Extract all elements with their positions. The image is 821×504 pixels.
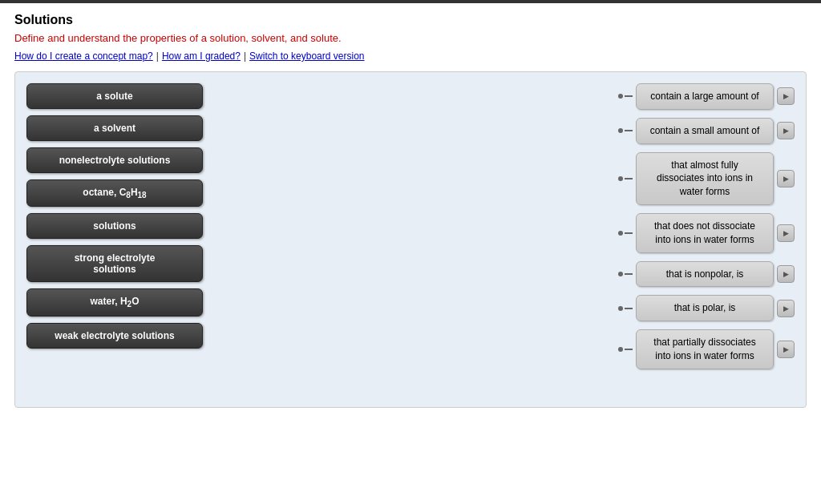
terms-panel: a solute a solvent nonelectrolyte soluti… (26, 83, 203, 396)
answers-panel: contain a large amount of contain a smal… (618, 83, 795, 396)
help-links: How do I create a concept map? | How am … (14, 50, 807, 62)
concept-map-area: a solute a solvent nonelectrolyte soluti… (14, 71, 807, 408)
page-title: Solutions (14, 13, 807, 27)
keyboard-version-link[interactable]: Switch to keyboard version (249, 50, 364, 62)
answer-partially-dissociates[interactable]: that partially dissociatesinto ions in w… (636, 329, 774, 369)
answer-row-polar: that is polar, is (618, 295, 795, 321)
arrow-polar[interactable] (777, 300, 795, 317)
middle-spacer (203, 83, 618, 396)
arrow-does-not-dissociate[interactable] (777, 224, 795, 242)
answer-almost-fully[interactable]: that almost fullydissociates into ions i… (636, 152, 774, 205)
answer-contain-large[interactable]: contain a large amount of (636, 83, 774, 110)
arrow-contain-large[interactable] (777, 87, 795, 105)
term-octane[interactable]: octane, C8H18 (26, 179, 203, 207)
answer-row-nonpolar: that is nonpolar, is (618, 261, 795, 288)
answer-row-contain-large: contain a large amount of (618, 83, 795, 110)
page-container: Solutions Define and understand the prop… (0, 3, 821, 417)
answer-row-does-not-dissociate: that does not dissociateinto ions in wat… (618, 213, 795, 253)
term-weak-electrolyte-solutions[interactable]: weak electrolyte solutions (26, 323, 203, 349)
arrow-nonpolar[interactable] (777, 265, 795, 283)
answer-nonpolar[interactable]: that is nonpolar, is (636, 261, 774, 288)
subtitle: Define and understand the properties of … (14, 32, 807, 44)
term-strong-electrolyte-solutions[interactable]: strong electrolytesolutions (26, 245, 203, 282)
arrow-almost-fully[interactable] (777, 170, 795, 187)
term-a-solvent[interactable]: a solvent (26, 115, 203, 141)
answer-row-almost-fully: that almost fullydissociates into ions i… (618, 152, 795, 205)
term-a-solute[interactable]: a solute (26, 83, 203, 109)
term-nonelectrolyte-solutions[interactable]: nonelectrolyte solutions (26, 147, 203, 173)
arrow-contain-small[interactable] (777, 122, 795, 139)
answer-contain-small[interactable]: contain a small amount of (636, 118, 774, 144)
answer-row-partially-dissociates: that partially dissociatesinto ions in w… (618, 329, 795, 369)
create-map-link[interactable]: How do I create a concept map? (14, 50, 153, 62)
answer-does-not-dissociate[interactable]: that does not dissociateinto ions in wat… (636, 213, 774, 253)
answer-polar[interactable]: that is polar, is (636, 295, 774, 321)
term-solutions[interactable]: solutions (26, 213, 203, 239)
term-water[interactable]: water, H2O (26, 288, 203, 316)
grading-link[interactable]: How am I graded? (162, 50, 241, 62)
answer-row-contain-small: contain a small amount of (618, 118, 795, 144)
arrow-partially-dissociates[interactable] (777, 341, 795, 358)
